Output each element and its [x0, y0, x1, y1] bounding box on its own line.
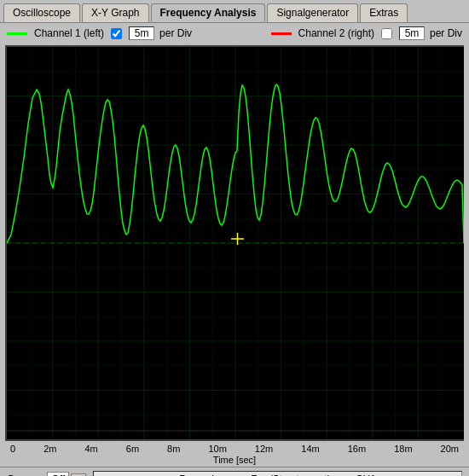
x-label-20m: 20m	[441, 444, 459, 454]
x-label-8m: 8m	[167, 444, 180, 454]
ch1-per-div: per Div	[159, 27, 192, 39]
x-label-2m: 2m	[43, 444, 56, 454]
status-message: Paused - press Run/Stop to continue - CH…	[93, 471, 462, 476]
x-label-10m: 10m	[208, 444, 226, 454]
x-label-18m: 18m	[394, 444, 412, 454]
ch2-checkbox[interactable]	[381, 28, 392, 39]
ch1-color-indicator	[7, 32, 27, 35]
x-label-12m: 12m	[255, 444, 273, 454]
ch2-color-indicator	[271, 32, 292, 35]
ch2-label: Channel 2 (right)	[298, 27, 374, 39]
ch2-value-input[interactable]	[399, 26, 425, 40]
x-label-4m: 4m	[84, 444, 97, 454]
x-label-16m: 16m	[348, 444, 366, 454]
ch2-per-div: per Div	[430, 27, 462, 39]
tab-extras[interactable]: Extras	[360, 3, 408, 22]
tab-bar: Oscilloscope X-Y Graph Frequency Analysi…	[0, 0, 469, 22]
x-axis-title: Time [sec]	[5, 455, 464, 465]
x-label-14m: 14m	[301, 444, 319, 454]
oscilloscope-svg	[7, 47, 464, 439]
tab-oscilloscope[interactable]: Oscilloscope	[3, 3, 80, 22]
x-axis-labels: 0 2m 4m 6m 8m 10m 12m 14m 16m 18m 20m Ti…	[5, 443, 464, 465]
controls-bar: Channel 1 (left) per Div Channel 2 (righ…	[0, 22, 469, 44]
cursor-dropdown[interactable]: Off ▼	[47, 472, 86, 476]
cursor-value[interactable]: Off	[47, 472, 69, 476]
tab-xy-graph[interactable]: X-Y Graph	[82, 3, 148, 22]
tab-signalgenerator[interactable]: Signalgenerator	[267, 3, 358, 22]
cursor-dropdown-arrow[interactable]: ▼	[71, 473, 86, 477]
ch1-value-input[interactable]	[129, 26, 154, 40]
tab-frequency-analysis[interactable]: Frequency Analysis	[151, 3, 266, 22]
oscilloscope-display	[5, 45, 464, 441]
status-bar: Cursor Off ▼ Paused - press Run/Stop to …	[0, 467, 469, 476]
x-label-0: 0	[10, 444, 15, 454]
x-label-6m: 6m	[126, 444, 139, 454]
ch1-label: Channel 1 (left)	[34, 27, 104, 39]
ch1-checkbox[interactable]	[111, 28, 122, 39]
